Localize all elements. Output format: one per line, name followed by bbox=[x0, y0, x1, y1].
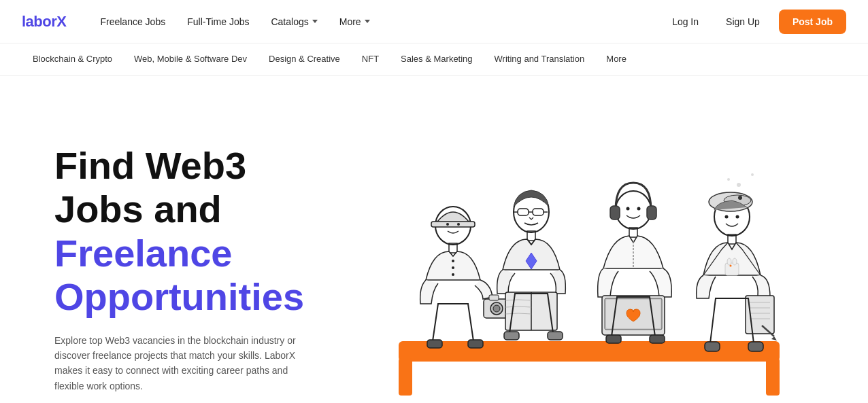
svg-point-5 bbox=[446, 223, 449, 226]
svg-rect-2 bbox=[766, 358, 780, 396]
svg-point-49 bbox=[727, 258, 731, 265]
hero-title-line2: Jobs and bbox=[54, 188, 222, 230]
svg-rect-59 bbox=[705, 342, 720, 351]
svg-marker-58 bbox=[771, 336, 777, 340]
svg-rect-19 bbox=[533, 209, 544, 215]
svg-rect-60 bbox=[748, 342, 763, 351]
svg-rect-48 bbox=[725, 263, 739, 275]
svg-rect-0 bbox=[399, 341, 780, 362]
svg-point-33 bbox=[637, 207, 640, 211]
svg-point-45 bbox=[724, 215, 728, 219]
svg-point-62 bbox=[751, 173, 754, 176]
post-job-button[interactable]: Post Job bbox=[779, 10, 846, 34]
category-writing-translation[interactable]: Writing and Translation bbox=[484, 43, 596, 76]
svg-rect-1 bbox=[399, 358, 412, 396]
svg-point-8 bbox=[452, 260, 454, 262]
more-chevron-icon bbox=[365, 20, 370, 23]
svg-point-6 bbox=[457, 223, 460, 226]
nav-full-time-jobs[interactable]: Full-Time Jobs bbox=[178, 11, 258, 33]
hero-illustration bbox=[304, 117, 846, 402]
category-bar: Blockchain & Crypto Web, Mobile & Softwa… bbox=[0, 43, 868, 76]
svg-point-61 bbox=[737, 183, 741, 187]
logo[interactable]: laborX bbox=[22, 13, 66, 31]
hero-title-highlight: FreelanceOpportunities bbox=[54, 232, 304, 318]
hero-title-line1: Find Web3 bbox=[54, 144, 246, 187]
category-sales-marketing[interactable]: Sales & Marketing bbox=[390, 43, 484, 76]
nav-links: Freelance Jobs Full-Time Jobs Catalogs M… bbox=[90, 11, 664, 33]
svg-rect-39 bbox=[606, 335, 621, 343]
svg-point-10 bbox=[452, 273, 454, 276]
svg-point-44 bbox=[738, 196, 742, 200]
svg-rect-14 bbox=[489, 295, 499, 300]
nav-more[interactable]: More bbox=[330, 11, 380, 33]
svg-rect-27 bbox=[504, 332, 519, 340]
svg-point-13 bbox=[493, 305, 500, 312]
svg-rect-30 bbox=[610, 206, 620, 220]
illustration-svg bbox=[344, 117, 807, 402]
signup-button[interactable]: Sign Up bbox=[718, 11, 768, 33]
category-web-dev[interactable]: Web, Mobile & Software Dev bbox=[123, 43, 258, 76]
svg-point-29 bbox=[616, 191, 651, 229]
svg-point-9 bbox=[452, 266, 454, 269]
nav-catalogs[interactable]: Catalogs bbox=[261, 11, 327, 33]
hero-text: Find Web3 Jobs and FreelanceOpportunitie… bbox=[54, 117, 304, 393]
top-navigation: laborX Freelance Jobs Full-Time Jobs Cat… bbox=[0, 0, 868, 43]
svg-point-51 bbox=[729, 265, 731, 267]
catalogs-chevron-icon bbox=[312, 20, 318, 23]
category-design-creative[interactable]: Design & Creative bbox=[258, 43, 351, 76]
svg-rect-16 bbox=[468, 340, 483, 348]
hero-title: Find Web3 Jobs and FreelanceOpportunitie… bbox=[54, 144, 304, 319]
category-nft[interactable]: NFT bbox=[351, 43, 390, 76]
nav-freelance-jobs[interactable]: Freelance Jobs bbox=[90, 11, 175, 33]
hero-section: Find Web3 Jobs and FreelanceOpportunitie… bbox=[0, 76, 868, 402]
category-more[interactable]: More bbox=[595, 43, 637, 76]
category-blockchain[interactable]: Blockchain & Crypto bbox=[22, 43, 123, 76]
svg-rect-28 bbox=[548, 332, 563, 340]
svg-rect-40 bbox=[650, 335, 665, 343]
svg-point-50 bbox=[733, 258, 737, 265]
login-button[interactable]: Log In bbox=[664, 11, 707, 33]
svg-rect-18 bbox=[518, 209, 529, 215]
nav-right: Log In Sign Up Post Job bbox=[664, 10, 846, 34]
svg-point-32 bbox=[626, 207, 629, 211]
svg-point-46 bbox=[735, 215, 739, 219]
hero-description: Explore top Web3 vacancies in the blockc… bbox=[54, 333, 299, 394]
svg-rect-4 bbox=[431, 222, 475, 227]
svg-rect-31 bbox=[647, 206, 656, 220]
svg-rect-15 bbox=[427, 340, 442, 348]
svg-point-63 bbox=[727, 178, 730, 181]
